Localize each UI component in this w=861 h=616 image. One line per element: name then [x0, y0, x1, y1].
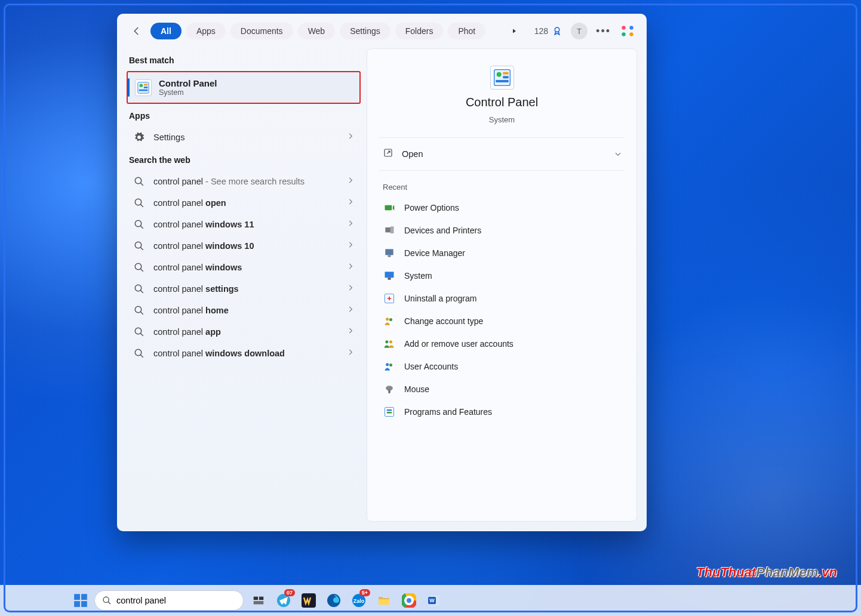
best-match-result[interactable]: Control Panel System — [127, 71, 361, 104]
web-result[interactable]: control panel windows — [127, 257, 361, 278]
recent-item[interactable]: Add or remove user accounts — [379, 332, 625, 355]
filter-all[interactable]: All — [150, 23, 182, 39]
windows-logo-icon — [73, 593, 88, 608]
svg-point-13 — [135, 328, 142, 334]
svg-text:W: W — [429, 597, 435, 603]
taskbar-search-input[interactable] — [116, 596, 236, 605]
recent-item[interactable]: User Accounts — [379, 355, 625, 378]
svg-point-6 — [135, 177, 142, 184]
svg-rect-19 — [496, 80, 508, 82]
recent-item-label: System — [404, 271, 432, 281]
recent-item-icon — [383, 224, 396, 237]
taskbar-word[interactable]: W — [424, 590, 444, 611]
recent-item-icon — [383, 269, 396, 282]
filter-tabs: All Apps Documents Web Settings Folders … — [150, 23, 502, 39]
web-result[interactable]: control panel open — [127, 192, 361, 214]
results-list: Best match Control Panel System Apps Set… — [127, 48, 361, 522]
taskbar-zalo[interactable]: Zalo 5+ — [349, 590, 369, 611]
svg-rect-23 — [390, 226, 394, 233]
recent-item[interactable]: Devices and Printers — [379, 219, 625, 242]
filter-folders[interactable]: Folders — [395, 23, 444, 39]
recent-item[interactable]: Mouse — [379, 378, 625, 401]
svg-point-30 — [389, 318, 392, 321]
w-icon — [302, 593, 316, 608]
search-icon — [133, 284, 146, 294]
taskbar-telegram[interactable]: 07 — [273, 590, 294, 611]
arrow-left-icon — [131, 26, 142, 36]
recent-item-icon — [383, 405, 396, 418]
svg-rect-25 — [388, 255, 391, 257]
taskbar-chrome[interactable] — [399, 590, 419, 611]
medal-icon — [552, 26, 562, 36]
taskbar-search[interactable] — [94, 590, 244, 611]
recent-item[interactable]: Uninstall a program — [379, 287, 625, 310]
search-icon — [133, 219, 146, 230]
svg-point-7 — [135, 199, 142, 205]
recent-item-label: Devices and Printers — [404, 226, 481, 235]
filter-documents[interactable]: Documents — [230, 23, 293, 39]
svg-rect-3 — [144, 84, 147, 85]
recent-item[interactable]: System — [379, 264, 625, 287]
open-label: Open — [402, 149, 423, 159]
recent-item-icon — [383, 360, 396, 373]
chevron-right-icon — [346, 305, 355, 316]
chevron-right-icon — [346, 219, 355, 230]
taskbar-taskview[interactable] — [248, 590, 269, 611]
svg-point-9 — [135, 242, 142, 248]
svg-rect-24 — [385, 249, 393, 255]
recent-item[interactable]: Programs and Features — [379, 401, 625, 423]
web-result[interactable]: control panel app — [127, 321, 361, 343]
section-best-match: Best match — [127, 48, 361, 71]
recent-item[interactable]: Power Options — [379, 196, 625, 219]
detail-title: Control Panel — [466, 96, 538, 109]
filter-settings[interactable]: Settings — [340, 23, 390, 39]
recent-item-label: User Accounts — [404, 362, 458, 371]
svg-rect-27 — [388, 278, 391, 279]
filter-apps[interactable]: Apps — [186, 23, 226, 39]
taskbar-w-app[interactable] — [299, 590, 319, 611]
search-icon — [133, 241, 146, 251]
svg-point-43 — [103, 597, 109, 602]
web-result[interactable]: control panel windows 11 — [127, 214, 361, 235]
svg-rect-21 — [385, 205, 392, 210]
web-result[interactable]: control panel home — [127, 300, 361, 321]
chevron-right-icon — [346, 284, 355, 294]
svg-point-11 — [135, 285, 142, 291]
recent-item-label: Add or remove user accounts — [404, 339, 513, 349]
svg-point-0 — [555, 27, 559, 32]
web-result[interactable]: control panel - See more search results — [127, 171, 361, 192]
svg-rect-4 — [144, 87, 147, 88]
recent-item-label: Uninstall a program — [404, 294, 476, 303]
filter-photos[interactable]: Phot — [448, 23, 485, 39]
filter-scroll-right[interactable] — [507, 27, 521, 35]
start-button[interactable] — [72, 592, 90, 609]
copilot-button[interactable] — [619, 23, 636, 39]
svg-point-32 — [389, 340, 392, 343]
taskbar-explorer[interactable] — [374, 590, 394, 611]
web-result[interactable]: control panel windows download — [127, 343, 361, 364]
svg-rect-38 — [387, 412, 392, 414]
back-button[interactable] — [128, 22, 146, 40]
web-result-text: control panel app — [153, 327, 339, 337]
taskbar: 07 Zalo 5+ W — [0, 585, 861, 616]
more-options[interactable]: ••• — [596, 25, 611, 38]
svg-point-12 — [135, 306, 142, 313]
taskbar-edge[interactable] — [324, 590, 344, 611]
section-search-web: Search the web — [127, 148, 361, 171]
detail-control-panel-icon — [490, 66, 514, 90]
chevron-down-icon[interactable] — [611, 150, 622, 158]
filter-web[interactable]: Web — [298, 23, 336, 39]
triangle-right-icon — [511, 27, 518, 35]
chevron-right-icon — [346, 327, 355, 337]
web-result-text: control panel settings — [153, 284, 339, 294]
web-result[interactable]: control panel settings — [127, 278, 361, 300]
open-action[interactable]: Open — [379, 138, 625, 171]
search-icon — [133, 327, 146, 337]
recent-item[interactable]: Device Manager — [379, 242, 625, 264]
web-result[interactable]: control panel windows 10 — [127, 235, 361, 257]
apps-result-settings[interactable]: Settings — [127, 127, 361, 148]
user-avatar[interactable]: T — [571, 23, 588, 39]
web-result-text: control panel windows download — [153, 349, 339, 358]
rewards-points[interactable]: 128 — [534, 26, 562, 36]
recent-item[interactable]: Change account type — [379, 310, 625, 332]
